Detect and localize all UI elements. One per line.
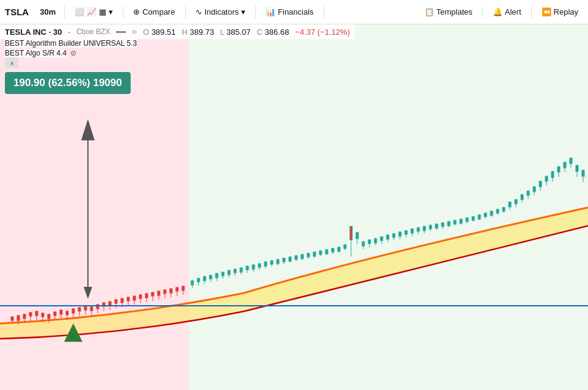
indicators-button[interactable]: ∿ Indicators ▾ bbox=[191, 5, 250, 19]
indicator-labels: BEST Algorithm Builder UNIVERSAL 5.3 BES… bbox=[0, 38, 142, 59]
svg-rect-180 bbox=[557, 167, 560, 172]
svg-rect-44 bbox=[139, 295, 142, 298]
line-style-indicator bbox=[116, 31, 126, 33]
financials-icon: 📊 bbox=[266, 7, 275, 16]
svg-rect-42 bbox=[133, 296, 136, 300]
svg-rect-134 bbox=[417, 228, 419, 231]
plus-circle-icon: ⊕ bbox=[133, 7, 140, 16]
svg-rect-168 bbox=[521, 195, 523, 200]
divider-2 bbox=[123, 6, 123, 18]
svg-rect-186 bbox=[576, 165, 578, 172]
svg-rect-182 bbox=[564, 162, 566, 168]
svg-rect-76 bbox=[240, 268, 242, 272]
svg-rect-174 bbox=[539, 181, 542, 187]
svg-rect-144 bbox=[448, 222, 450, 226]
chart-type-button[interactable]: ⬜ 📈 ▦ ▾ bbox=[70, 5, 118, 19]
symbol-full-label: TESLA INC · 30 bbox=[5, 27, 62, 37]
svg-rect-38 bbox=[121, 298, 123, 303]
svg-rect-12 bbox=[42, 313, 44, 317]
support-resistance-line bbox=[0, 305, 588, 306]
svg-rect-128 bbox=[399, 232, 401, 236]
open-ohlc: O 389.51 bbox=[143, 27, 176, 37]
approx-icon: ≈ bbox=[132, 27, 137, 37]
indicators-label: Indicators bbox=[205, 7, 239, 16]
algo-sr-label: BEST Algo S/R 4.4 bbox=[5, 49, 67, 57]
svg-rect-94 bbox=[295, 256, 297, 259]
svg-rect-120 bbox=[374, 239, 377, 243]
svg-rect-108 bbox=[338, 247, 340, 251]
svg-rect-184 bbox=[570, 158, 572, 164]
templates-label: Templates bbox=[437, 7, 473, 16]
svg-rect-164 bbox=[509, 202, 511, 207]
svg-rect-126 bbox=[393, 234, 395, 237]
templates-icon: 📋 bbox=[424, 7, 434, 16]
svg-rect-146 bbox=[454, 220, 456, 224]
svg-rect-148 bbox=[460, 219, 462, 223]
svg-rect-90 bbox=[283, 258, 285, 262]
svg-rect-58 bbox=[182, 286, 184, 291]
replay-button[interactable]: ⏪ Replay bbox=[537, 5, 583, 19]
close-ohlc: C 386.68 bbox=[257, 27, 289, 37]
svg-rect-22 bbox=[72, 309, 74, 313]
price-sep: · bbox=[49, 27, 53, 37]
svg-rect-156 bbox=[484, 213, 487, 217]
svg-rect-66 bbox=[209, 275, 212, 279]
symbol-label: TSLA bbox=[5, 7, 29, 17]
collapse-button[interactable]: ∧ bbox=[5, 57, 18, 68]
svg-rect-124 bbox=[387, 235, 389, 239]
svg-rect-152 bbox=[472, 217, 474, 220]
divider-5 bbox=[324, 6, 324, 18]
high-ohlc: H 389.73 bbox=[182, 27, 214, 37]
svg-rect-172 bbox=[533, 187, 535, 192]
svg-rect-26 bbox=[84, 306, 87, 310]
svg-rect-132 bbox=[411, 229, 413, 233]
financials-label: Financials bbox=[278, 7, 314, 16]
svg-rect-138 bbox=[429, 225, 432, 229]
svg-rect-92 bbox=[289, 257, 291, 261]
divider-7 bbox=[531, 6, 532, 18]
svg-rect-52 bbox=[164, 290, 166, 294]
eye-off-icon[interactable]: ⊘ bbox=[70, 49, 76, 57]
svg-rect-166 bbox=[515, 200, 517, 204]
templates-button[interactable]: 📋 Templates bbox=[419, 5, 477, 19]
svg-rect-88 bbox=[277, 259, 279, 264]
svg-rect-82 bbox=[258, 264, 261, 267]
svg-rect-80 bbox=[252, 265, 255, 269]
candlestick-icon: ▦ bbox=[99, 7, 106, 16]
chevron-down-icon-2: ▾ bbox=[241, 7, 245, 16]
svg-rect-24 bbox=[78, 308, 81, 311]
svg-rect-54 bbox=[170, 289, 172, 293]
svg-rect-20 bbox=[66, 311, 68, 315]
svg-rect-150 bbox=[466, 218, 468, 222]
exchange-name: Cboe BZX bbox=[76, 27, 110, 36]
alert-button[interactable]: 🔔 Alert bbox=[488, 5, 526, 19]
price-tooltip: 190.90 (62.56%) 19090 bbox=[5, 72, 131, 94]
line-chart-icon: 📈 bbox=[87, 7, 96, 16]
financials-button[interactable]: 📊 Financials bbox=[261, 5, 319, 19]
svg-rect-2 bbox=[11, 317, 13, 320]
svg-rect-114 bbox=[356, 233, 358, 239]
svg-rect-16 bbox=[54, 312, 56, 316]
svg-rect-86 bbox=[270, 261, 273, 264]
svg-rect-178 bbox=[551, 172, 554, 178]
svg-rect-160 bbox=[496, 209, 499, 213]
algo-sr-row: BEST Algo S/R 4.4 ⊘ bbox=[5, 49, 137, 57]
replay-label: Replay bbox=[554, 7, 578, 16]
svg-rect-40 bbox=[127, 297, 129, 301]
svg-rect-10 bbox=[35, 311, 38, 316]
svg-rect-110 bbox=[344, 245, 346, 248]
timeframe-button[interactable]: 30m bbox=[36, 5, 59, 19]
bar-chart-icon: ⬜ bbox=[74, 7, 84, 16]
price-bar: TESLA INC · 30 · Cboe BZX ≈ O 389.51 H 3… bbox=[0, 24, 355, 39]
svg-rect-130 bbox=[405, 231, 407, 234]
svg-rect-48 bbox=[151, 292, 154, 296]
divider-3 bbox=[185, 6, 186, 18]
arrow-head-up bbox=[81, 119, 95, 140]
svg-rect-72 bbox=[228, 270, 230, 275]
svg-rect-60 bbox=[191, 281, 194, 285]
svg-rect-36 bbox=[115, 300, 117, 303]
replay-icon: ⏪ bbox=[542, 7, 551, 16]
svg-rect-28 bbox=[90, 307, 93, 311]
svg-rect-98 bbox=[307, 253, 310, 257]
compare-button[interactable]: ⊕ Compare bbox=[128, 5, 180, 19]
